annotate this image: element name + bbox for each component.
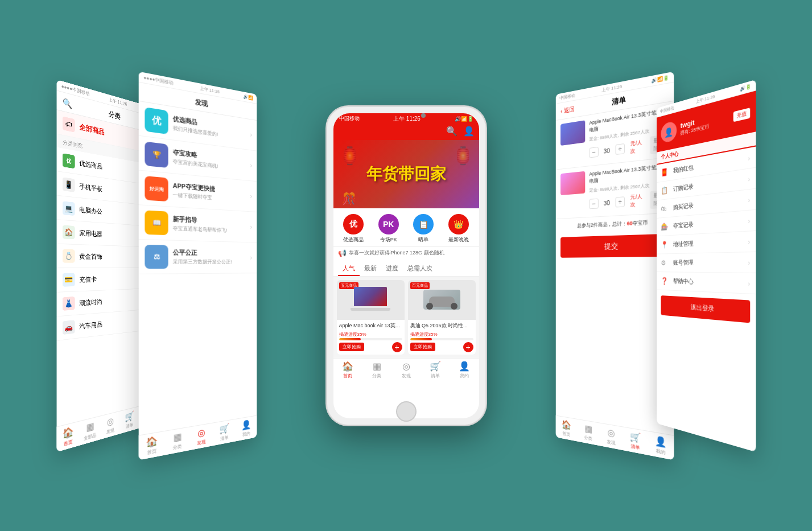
notice-icon: 📢 [338,249,347,257]
center-header: 🔍 👤 [333,125,479,140]
buy-btn-1[interactable]: 立即抢购 [339,343,364,351]
nav-cart-left2[interactable]: 🛒 清单 [120,409,138,431]
help-icon: ❓ [661,277,669,285]
phone-frame: 中国移动 上午 11:26 🔊📶🔋 🔍 👤 🏮 🏮 🎊 年货带回家 [327,106,486,425]
cat-icon-8: 🚗 [62,320,75,335]
qty-plus-2[interactable]: + [615,196,625,207]
menu-item-help[interactable]: ❓ 帮助中心 › [657,272,756,294]
discover-icon-3: 好运淘 [145,175,168,201]
progress-label-1: 揭晓进度35% [339,331,402,337]
product-card-2: 百元商品 奥迪 Q5 2015款 时尚性... 揭晓进度35% [408,280,476,355]
chevron-menu-1: › [748,154,750,162]
banner-decor-bottom: 🎊 [342,192,356,205]
main-category-label: 全部商品 [79,121,104,137]
nav-home-d[interactable]: 🏠首页 [138,434,164,458]
add-btn-1[interactable]: + [392,342,402,352]
chevron-menu-6: › [748,258,750,266]
products-grid: 五元商品 Apple Mac book Air 13英寸... [333,277,479,358]
discover-icon-1: 优 [145,107,168,134]
search-icon-center[interactable]: 🔍 [446,126,457,137]
price-label-1: 元/人次 [630,138,646,155]
recharge-btn[interactable]: 充值 [733,107,750,121]
nav-disc-d[interactable]: ◎发现 [189,425,213,448]
discover-icon-4: 📖 [145,210,168,235]
nav-disc-center[interactable]: ◎ 发现 [391,361,421,379]
qty-minus-2[interactable]: − [589,198,598,209]
logout-btn[interactable]: 退出登录 [661,295,750,323]
back-btn-order[interactable]: ‹ 返回 [560,104,575,115]
cat-icon-1: 优 [62,153,75,168]
cat-center-4[interactable]: 👑 最新晚晚 [448,214,469,244]
time-left1: 上午 11:26 [199,85,219,95]
product-info-2: 奥迪 Q5 2015款 时尚性... 揭晓进度35% 立即抢购 + [408,320,476,355]
banner-text: 年货带回家 [366,163,446,185]
lottery-icon: 🎰 [661,222,669,230]
menu-item-account[interactable]: ⚙ 账号管理 › [657,252,756,273]
nav-cart-center[interactable]: 🛒 清单 [421,361,450,379]
discover-list: 优 优选商品 我们只推选您喜爱的! › 🏆 夺宝攻略 夺宝宫的美花宝商机! › … [138,101,257,274]
banner-decor-right: 🏮 [452,146,473,166]
notice-text: 恭喜一次就好获得iPhone7 128G 颜色随机 [349,249,444,257]
order-highlight: 60 [626,220,632,227]
phone-screen-inner: 中国移动 上午 11:26 🔊📶🔋 🔍 👤 🏮 🏮 🎊 年货带回家 [333,113,479,418]
progress-wrap-1: 揭晓进度35% [339,331,402,340]
cat-center-icon-2: PK [378,214,399,234]
add-btn-2[interactable]: + [463,342,473,352]
price-label-2: 元/人次 [630,192,646,209]
nav-cart-d[interactable]: 🛒清单 [213,421,235,443]
nav-home-left2[interactable]: 🏠 首页 [56,423,79,449]
nav-all-left2[interactable]: ▦ 全部品 [79,418,100,443]
product-title-1: Apple Mac book Air 13英寸... [339,322,402,330]
nav-cat-d[interactable]: ▦分类 [164,429,189,452]
cat-center-1[interactable]: 优 优选商品 [343,214,364,244]
submit-btn[interactable]: 提交 [560,233,668,257]
discover-title: 发现 [195,97,208,108]
product-card-1: 五元商品 Apple Mac book Air 13英寸... [337,280,405,355]
tab-popular[interactable]: 人气 [338,262,360,276]
profile-icon-center[interactable]: 👤 [463,126,475,137]
profile-avatar: 👤 [661,120,677,143]
cat-icon-4: 🏠 [62,225,75,239]
buy-btn-2[interactable]: 立即抢购 [410,343,435,351]
orders-icon: 📋 [661,186,669,195]
center-time: 上午 11:26 [393,115,421,123]
banner-decor-left: 🏮 [339,146,360,166]
cat-center-icon-3: 📋 [413,214,434,234]
cat-icon-2: 📱 [62,177,75,192]
nav-disc-r1[interactable]: ◎发现 [599,425,623,448]
chevron-menu-3: › [748,196,750,203]
tab-total[interactable]: 总需人次 [403,262,437,276]
progress-track-2 [410,338,473,340]
qty-plus-1[interactable]: + [615,143,625,154]
nav-me-d[interactable]: 👤我的 [235,418,256,439]
chevron-1: › [250,130,252,138]
screen-order: 中国移动 上午 11:26 🔊📶🔋 ‹ 返回 清单 Apple MacBook … [555,71,674,460]
tab-progress[interactable]: 进度 [381,262,403,276]
order-items: Apple MacBook Air 13.3英寸笔记本电脑 定金: 8888人次… [555,101,674,219]
product-img-2: 百元商品 [408,280,476,320]
nav-cart-r1[interactable]: 🛒清单 [623,429,648,452]
nav-home-r1[interactable]: 🏠首页 [555,418,576,439]
search-icon-left2: 🔍 [62,97,72,109]
order-controls-2: − 30 + 元/人次 删除 [589,190,667,212]
account-icon: ⚙ [661,258,669,266]
chevron-menu-2: › [748,175,750,182]
cat-center-2[interactable]: PK 专场PK [378,214,399,244]
nav-cat-center[interactable]: ▦ 分类 [362,361,391,379]
nav-home-center[interactable]: 🏠 首页 [333,361,362,379]
nav-me-center[interactable]: 👤 我约 [450,361,479,379]
center-status-bar: 中国移动 上午 11:26 🔊📶🔋 [333,113,479,125]
phone-main: 中国移动 上午 11:26 🔊📶🔋 🔍 👤 🏮 🏮 🎊 年货带回家 [327,106,486,425]
redpacket-icon: 🧧 [661,167,669,177]
nav-discover-left2[interactable]: ◎ 发现 [100,413,120,437]
cat-center-3[interactable]: 📋 晒单 [413,214,434,244]
product-info-1: Apple Mac book Air 13英寸... 揭晓进度35% 立即抢购 … [337,320,405,355]
car-wheel-r [451,303,457,310]
discover-item-5[interactable]: ⚖ 公平公正 采用第三方数据开发公公正! › [138,240,257,274]
time-right1: 上午 11:26 [601,83,622,93]
home-button[interactable] [396,401,417,422]
nav-cat-r1[interactable]: ▦分类 [577,421,599,443]
tab-latest[interactable]: 最新 [360,262,381,276]
qty-minus-1[interactable]: − [589,146,598,158]
nav-me-r1[interactable]: 👤我的 [648,434,674,458]
